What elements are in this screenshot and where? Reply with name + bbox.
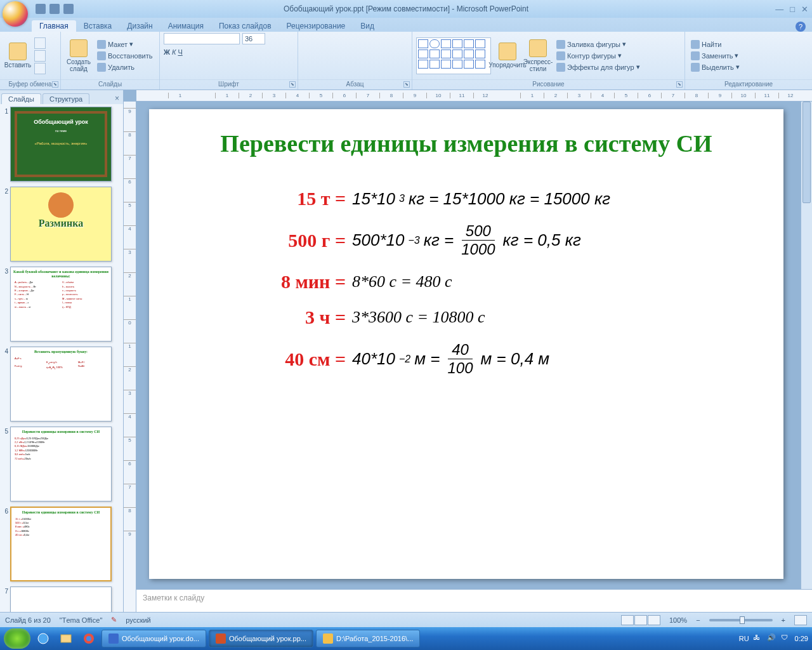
- svg-rect-1: [61, 635, 71, 642]
- copy-icon[interactable]: [34, 50, 46, 62]
- thumbnail-1[interactable]: Обобщающий урок по теме «Работа, мощност…: [10, 107, 112, 182]
- equation-3: 8 мин = 8*60 с = 480 с: [251, 271, 758, 293]
- taskbar-task-explorer[interactable]: D:\Работа_2015-2016\...: [316, 630, 420, 647]
- help-icon[interactable]: ?: [796, 22, 806, 32]
- delete-button[interactable]: Удалить: [95, 62, 154, 72]
- zoom-value[interactable]: 100%: [669, 616, 687, 624]
- svg-point-0: [38, 633, 48, 644]
- thumbnail-list[interactable]: 1 Обобщающий урок по теме «Работа, мощно…: [0, 104, 123, 612]
- drawing-dialog-icon[interactable]: ⬊: [676, 81, 683, 88]
- underline-icon[interactable]: Ч: [178, 47, 182, 57]
- font-dialog-icon[interactable]: ⬊: [289, 81, 296, 88]
- taskbar-task-powerpoint[interactable]: Обобщающий урок.pp...: [209, 630, 313, 647]
- arrange-icon: [499, 43, 516, 60]
- slideshow-view-icon[interactable]: [648, 615, 660, 625]
- zoom-in-icon[interactable]: +: [782, 616, 785, 624]
- cut-icon[interactable]: [34, 37, 46, 49]
- reset-button[interactable]: Восстановить: [95, 51, 154, 61]
- status-slide: Слайд 6 из 20: [5, 616, 51, 624]
- tab-animation[interactable]: Анимация: [160, 20, 211, 32]
- tray-shield-icon[interactable]: 🛡: [781, 633, 791, 644]
- tab-insert[interactable]: Вставка: [76, 20, 120, 32]
- equation-4: 3 ч = 3*3600 с = 10800 с: [251, 307, 758, 328]
- system-tray: RU 🖧 🔊 🛡 0:29: [739, 633, 808, 644]
- equation-1: 15 т = 15*103 кг = 15*1000 кг = 15000 кг: [251, 188, 758, 209]
- slide-canvas[interactable]: Перевести единицы измерения в систему СИ…: [124, 102, 812, 589]
- taskbar-ie-icon[interactable]: [33, 630, 53, 647]
- group-clipboard-label: Буфер обмена: [9, 81, 52, 88]
- close-button[interactable]: ✕: [801, 4, 808, 14]
- reset-icon: [97, 51, 106, 60]
- equation-2: 500 г = 500*10−3 кг = 5001000 кг = 0,5 к…: [251, 223, 758, 257]
- horizontal-ruler: 1123456789101112123456789101112: [136, 90, 812, 102]
- vertical-scrollbar[interactable]: [801, 102, 812, 589]
- taskbar-chrome-icon[interactable]: [79, 630, 99, 647]
- find-button[interactable]: Найти: [689, 39, 742, 50]
- shape-fill-button[interactable]: Заливка фигуры ▾: [554, 39, 642, 50]
- thumbnail-7[interactable]: ЗАДАЧИ: [10, 587, 112, 612]
- office-button[interactable]: [3, 1, 28, 27]
- redo-icon[interactable]: [63, 4, 74, 14]
- undo-icon[interactable]: [49, 4, 60, 14]
- minimize-button[interactable]: —: [775, 4, 783, 14]
- font-size-combo[interactable]: 36: [242, 33, 265, 44]
- tab-home[interactable]: Главная: [32, 20, 76, 32]
- shape-outline-button[interactable]: Контур фигуры ▾: [554, 51, 642, 61]
- tab-design[interactable]: Дизайн: [119, 20, 160, 32]
- fill-icon: [556, 40, 565, 49]
- tray-network-icon[interactable]: 🖧: [753, 633, 763, 644]
- panel-close-icon[interactable]: ×: [115, 94, 119, 104]
- para-dialog-icon[interactable]: ⬊: [403, 81, 410, 88]
- slide-title: Перевести единицы измерения в систему СИ: [174, 128, 758, 159]
- normal-view-icon[interactable]: [621, 615, 634, 625]
- ribbon: Вставить Буфер обмена⬊ Создать слайд Мак…: [0, 32, 812, 90]
- maximize-button[interactable]: □: [790, 4, 795, 14]
- zoom-out-icon[interactable]: −: [696, 616, 700, 624]
- panel-tab-outline[interactable]: Структура: [43, 93, 89, 104]
- shapes-gallery[interactable]: [416, 37, 491, 74]
- quick-styles-button[interactable]: Экспресс-стили: [524, 35, 552, 77]
- tray-clock[interactable]: 0:29: [795, 635, 808, 642]
- window-title: Обобщающий урок.ppt [Режим совместимости…: [284, 4, 528, 13]
- slide-editor: 1123456789101112123456789101112 98765432…: [124, 90, 812, 612]
- sorter-view-icon[interactable]: [634, 615, 647, 625]
- fit-window-icon[interactable]: [794, 615, 807, 625]
- save-icon[interactable]: [36, 4, 46, 14]
- bold-icon[interactable]: Ж: [164, 47, 170, 57]
- thumbnail-3[interactable]: Какой буквой обозначают и какова единица…: [10, 267, 112, 342]
- tab-slideshow[interactable]: Показ слайдов: [211, 20, 279, 32]
- layout-button[interactable]: Макет ▾: [95, 39, 154, 50]
- taskbar-task-word[interactable]: Обобщающий урок.do...: [102, 630, 206, 647]
- current-slide[interactable]: Перевести единицы измерения в систему СИ…: [149, 109, 783, 579]
- thumbnail-6[interactable]: Перевести единицы измерения в систему СИ…: [10, 507, 112, 581]
- thumbnail-4[interactable]: Вставить пропущенную букву: A=F·sF=m·gEп…: [10, 347, 112, 421]
- format-painter-icon[interactable]: [34, 63, 46, 74]
- shape-effects-button[interactable]: Эффекты для фигур ▾: [554, 62, 642, 72]
- new-slide-button[interactable]: Создать слайд: [65, 35, 93, 77]
- clipboard-dialog-icon[interactable]: ⬊: [52, 81, 58, 88]
- workspace: Слайды Структура × 1 Обобщающий урок по …: [0, 90, 812, 612]
- notes-pane[interactable]: Заметки к слайду: [136, 589, 812, 612]
- paste-button[interactable]: Вставить: [4, 35, 32, 77]
- panel-tab-slides[interactable]: Слайды: [1, 93, 41, 104]
- replace-button[interactable]: Заменить ▾: [689, 51, 742, 61]
- zoom-slider[interactable]: [709, 619, 773, 621]
- arrange-button[interactable]: Упорядочить: [494, 35, 521, 77]
- tray-lang[interactable]: RU: [739, 635, 749, 642]
- paste-icon: [9, 43, 27, 60]
- select-button[interactable]: Выделить ▾: [689, 62, 742, 72]
- tray-volume-icon[interactable]: 🔊: [767, 633, 777, 644]
- thumbnail-5[interactable]: Перевести единицы измерения в систему СИ…: [10, 427, 112, 501]
- font-family-combo[interactable]: [164, 33, 240, 44]
- status-language[interactable]: русский: [126, 616, 150, 624]
- tab-view[interactable]: Вид: [353, 20, 382, 32]
- taskbar-explorer-icon[interactable]: [56, 630, 76, 647]
- effects-icon: [556, 63, 565, 72]
- outline-icon: [556, 51, 565, 60]
- quick-access-toolbar: [36, 4, 74, 14]
- title-bar: Обобщающий урок.ppt [Режим совместимости…: [0, 0, 812, 18]
- italic-icon[interactable]: К: [172, 47, 176, 57]
- thumbnail-2[interactable]: Разминка: [10, 187, 112, 262]
- tab-review[interactable]: Рецензирование: [279, 20, 353, 32]
- start-button[interactable]: [4, 628, 30, 649]
